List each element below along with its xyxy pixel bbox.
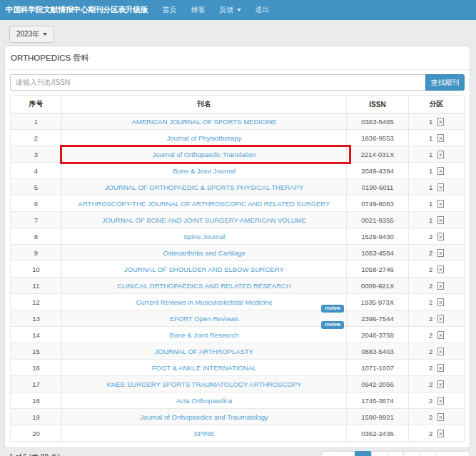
- journal-link[interactable]: Osteoarthritis and Cartilage: [163, 249, 245, 257]
- journal-name-cell: Bone & Joint Journal: [62, 163, 347, 179]
- nav-item-1[interactable]: 博客: [191, 5, 206, 15]
- search-input[interactable]: [10, 74, 425, 91]
- row-number: 18: [11, 392, 62, 409]
- journal-name-cell: SPINE: [62, 425, 347, 442]
- journal-table-body: 1 AMERICAN JOURNAL OF SPORTS MEDICINE 03…: [11, 113, 465, 442]
- header-number: 序号: [11, 96, 62, 113]
- broken-image-icon: [437, 348, 444, 355]
- journal-link[interactable]: Current Reviews in Musculoskeletal Medic…: [136, 298, 272, 306]
- issn-value: 1529-9430: [347, 228, 409, 245]
- zone-cell: 2: [409, 278, 465, 294]
- zone-number: 2: [429, 397, 435, 405]
- year-dropdown-button[interactable]: 2023年: [9, 26, 54, 43]
- nav-item-label: 反馈: [220, 5, 234, 15]
- journal-link[interactable]: Bone & Joint Research: [169, 331, 238, 339]
- site-brand[interactable]: 中国科学院文献情报中心期刊分区表升级版: [6, 5, 148, 15]
- issn-value: 0942-2056: [347, 376, 409, 392]
- journal-name-cell: KNEE SURGERY SPORTS TRAUMATOLOGY ARTHROS…: [62, 376, 347, 392]
- zone-cell: 1: [409, 196, 465, 212]
- zone-number: 2: [429, 233, 435, 240]
- journal-link[interactable]: FOOT & ANKLE INTERNATIONAL: [152, 364, 256, 372]
- issn-value: 1836-9553: [347, 130, 409, 146]
- journal-name-cell: Osteoarthritis and Cartilage: [62, 245, 347, 261]
- journal-name-cell: Acta Orthopaedica: [62, 392, 347, 409]
- journal-link[interactable]: CLINICAL ORTHOPAEDICS AND RELATED RESEAR…: [117, 282, 291, 290]
- review-badge: review: [321, 321, 344, 329]
- zone-number: 2: [429, 249, 435, 257]
- journal-link[interactable]: Journal of Orthopaedics and Traumatology: [140, 413, 268, 421]
- nav-item-3[interactable]: 退出: [255, 5, 270, 15]
- zone-number: 1: [429, 118, 435, 126]
- zone-number: 2: [429, 315, 435, 323]
- journal-link[interactable]: JOURNAL OF SHOULDER AND ELBOW SURGERY: [124, 265, 284, 273]
- row-number: 1: [11, 113, 62, 130]
- nav-item-2[interactable]: 反馈: [220, 5, 241, 15]
- pagination-page-3[interactable]: 3: [387, 451, 404, 456]
- journal-link[interactable]: JOURNAL OF BONE AND JOINT SURGERY-AMERIC…: [102, 216, 306, 224]
- table-row: 14 Bone & Joint Research 2046-3758 2: [11, 327, 465, 343]
- zone-number: 2: [429, 265, 435, 273]
- zone-number: 1: [429, 200, 435, 208]
- row-number: 5: [11, 179, 62, 196]
- zone-cell: 2: [409, 343, 465, 360]
- issn-value: 2396-7544: [347, 310, 409, 327]
- table-row: 12 Current Reviews in Musculoskeletal Me…: [11, 294, 465, 310]
- journal-link[interactable]: SPINE: [194, 430, 215, 437]
- broken-image-icon: [437, 249, 444, 257]
- row-number: 20: [11, 425, 62, 442]
- year-dropdown-label: 2023年: [16, 29, 39, 39]
- journal-name-cell: FOOT & ANKLE INTERNATIONAL: [62, 360, 347, 376]
- issn-value: 1745-3674: [347, 392, 409, 409]
- journal-name-cell: ARTHROSCOPY-THE JOURNAL OF ARTHROSCOPIC …: [62, 196, 347, 212]
- pagination-page-1[interactable]: 1: [355, 451, 372, 456]
- table-row: 4 Bone & Joint Journal 2049-4394 1: [11, 163, 465, 179]
- table-row: 18 Acta Orthopaedica 1745-3674 2: [11, 392, 465, 409]
- row-number: 12: [11, 294, 62, 310]
- issn-value: 1935-973X: [347, 294, 409, 310]
- zone-number: 2: [429, 282, 435, 290]
- zone-cell: 1: [409, 130, 465, 146]
- broken-image-icon: [437, 331, 444, 339]
- row-number: 14: [11, 327, 62, 343]
- journal-link[interactable]: AMERICAN JOURNAL OF SPORTS MEDICINE: [131, 118, 276, 126]
- broken-image-icon: [437, 200, 444, 208]
- journal-link[interactable]: Acta Orthopaedica: [176, 397, 233, 405]
- zone-cell: 1: [409, 163, 465, 179]
- pagination-page-2[interactable]: 2: [371, 451, 388, 456]
- pagination-prev-button[interactable]: 上一页: [321, 451, 355, 456]
- broken-image-icon: [437, 430, 444, 437]
- pagination-page-5[interactable]: 5: [419, 451, 436, 456]
- journal-name-cell: JOURNAL OF BONE AND JOINT SURGERY-AMERIC…: [62, 212, 347, 228]
- broken-image-icon: [437, 118, 444, 126]
- zone-cell: 1: [409, 179, 465, 196]
- issn-value: 0883-5403: [347, 343, 409, 360]
- zone-number: 2: [429, 430, 435, 437]
- issn-value: 2214-031X: [347, 146, 409, 163]
- table-row: 20 SPINE 0362-2436 2: [11, 425, 465, 442]
- header-zone: 分区: [409, 96, 465, 113]
- journal-link[interactable]: JOURNAL OF ORTHOPAEDIC & SPORTS PHYSICAL…: [105, 183, 303, 191]
- pagination-next-button[interactable]: 下一页: [435, 451, 470, 456]
- nav-item-0[interactable]: 首页: [163, 5, 177, 15]
- zone-cell: 2: [409, 392, 465, 409]
- row-number: 8: [11, 228, 62, 245]
- journal-link[interactable]: Journal of Orthopaedic Translation: [152, 151, 255, 158]
- journal-link[interactable]: Spine Journal: [183, 233, 225, 240]
- journal-link[interactable]: Bone & Joint Journal: [173, 167, 236, 175]
- chevron-down-icon: [237, 9, 241, 11]
- pagination-page-4[interactable]: 4: [403, 451, 420, 456]
- journal-link[interactable]: JOURNAL OF ARTHROPLASTY: [155, 348, 253, 355]
- zone-number: 1: [429, 167, 435, 175]
- table-row: 1 AMERICAN JOURNAL OF SPORTS MEDICINE 03…: [11, 113, 465, 130]
- pagination: 上一页12345下一页: [322, 451, 470, 456]
- journal-link[interactable]: Journal of Physiotherapy: [167, 134, 242, 142]
- journal-link[interactable]: KNEE SURGERY SPORTS TRAUMATOLOGY ARTHROS…: [106, 380, 301, 388]
- zone-number: 1: [429, 134, 435, 142]
- journal-link[interactable]: EFORT Open Reviews: [170, 315, 238, 323]
- nav-item-label: 首页: [163, 5, 177, 15]
- search-button[interactable]: 查找期刊: [425, 74, 465, 91]
- zone-cell: 1: [409, 146, 465, 163]
- journal-link[interactable]: ARTHROSCOPY-THE JOURNAL OF ARTHROSCOPIC …: [79, 200, 330, 208]
- table-header-row: 序号 刊名 ISSN 分区: [11, 96, 465, 113]
- row-number: 3: [11, 146, 62, 163]
